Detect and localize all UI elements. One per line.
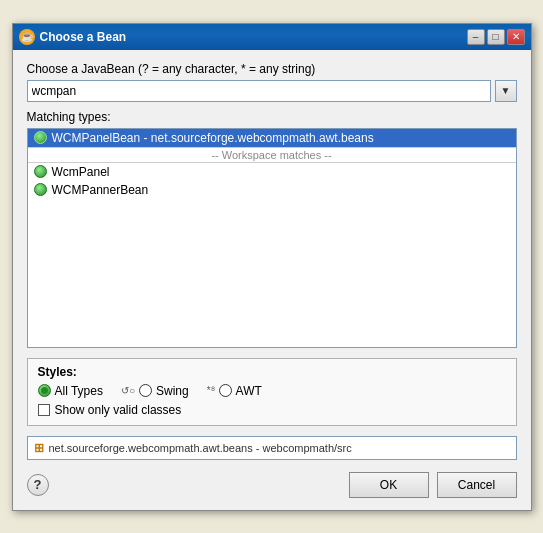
list-item[interactable]: WCMPanelBean - net.sourceforge.webcompma… <box>28 129 516 147</box>
bottom-row: ? OK Cancel <box>27 472 517 498</box>
matching-types-list[interactable]: WCMPanelBean - net.sourceforge.webcompma… <box>27 128 517 348</box>
type-icon <box>34 131 47 144</box>
help-button[interactable]: ? <box>27 474 49 496</box>
title-bar-buttons: – □ ✕ <box>467 29 525 45</box>
radio-awt[interactable]: *⁸ AWT <box>207 384 262 398</box>
title-bar-left: ☕ Choose a Bean <box>19 29 127 45</box>
search-input[interactable] <box>27 80 491 102</box>
styles-section: Styles: All Types ↺○ Swing *⁸ AWT <box>27 358 517 426</box>
list-item[interactable]: WCMPannerBean <box>28 181 516 199</box>
dropdown-button[interactable]: ▼ <box>495 80 517 102</box>
radio-row: All Types ↺○ Swing *⁸ AWT <box>38 384 506 398</box>
source-box: ⊞ net.sourceforge.webcompmath.awt.beans … <box>27 436 517 460</box>
valid-classes-checkbox[interactable] <box>38 404 50 416</box>
search-label: Choose a JavaBean (? = any character, * … <box>27 62 517 76</box>
radio-all-types[interactable]: All Types <box>38 384 103 398</box>
checkbox-row: Show only valid classes <box>38 403 506 417</box>
list-item[interactable]: WcmPanel <box>28 163 516 181</box>
swing-prefix-icon: ↺○ <box>121 385 135 396</box>
close-button[interactable]: ✕ <box>507 29 525 45</box>
type-icon <box>34 183 47 196</box>
radio-icon-swing <box>139 384 152 397</box>
separator-label: -- Workspace matches -- <box>211 149 331 161</box>
awt-prefix-icon: *⁸ <box>207 385 215 396</box>
list-item-label: WCMPanelBean - net.sourceforge.webcompma… <box>52 131 374 145</box>
minimize-button[interactable]: – <box>467 29 485 45</box>
radio-icon-all <box>38 384 51 397</box>
dialog-title: Choose a Bean <box>40 30 127 44</box>
cancel-button[interactable]: Cancel <box>437 472 517 498</box>
radio-label-swing: Swing <box>156 384 189 398</box>
search-row: ▼ <box>27 80 517 102</box>
dialog-icon: ☕ <box>19 29 35 45</box>
radio-swing[interactable]: ↺○ Swing <box>121 384 189 398</box>
btn-group: OK Cancel <box>349 472 517 498</box>
workspace-separator: -- Workspace matches -- <box>28 147 516 163</box>
list-item-label: WcmPanel <box>52 165 110 179</box>
matching-types-label: Matching types: <box>27 110 517 124</box>
radio-label-awt: AWT <box>236 384 262 398</box>
list-item-label: WCMPannerBean <box>52 183 149 197</box>
source-text: net.sourceforge.webcompmath.awt.beans - … <box>49 442 352 454</box>
radio-label-all: All Types <box>55 384 103 398</box>
styles-label: Styles: <box>38 365 506 379</box>
dialog-body: Choose a JavaBean (? = any character, * … <box>13 50 531 510</box>
choose-bean-dialog: ☕ Choose a Bean – □ ✕ Choose a JavaBean … <box>12 23 532 511</box>
maximize-button[interactable]: □ <box>487 29 505 45</box>
checkbox-label: Show only valid classes <box>55 403 182 417</box>
radio-icon-awt <box>219 384 232 397</box>
ok-button[interactable]: OK <box>349 472 429 498</box>
title-bar: ☕ Choose a Bean – □ ✕ <box>13 24 531 50</box>
type-icon <box>34 165 47 178</box>
source-icon: ⊞ <box>34 441 44 455</box>
